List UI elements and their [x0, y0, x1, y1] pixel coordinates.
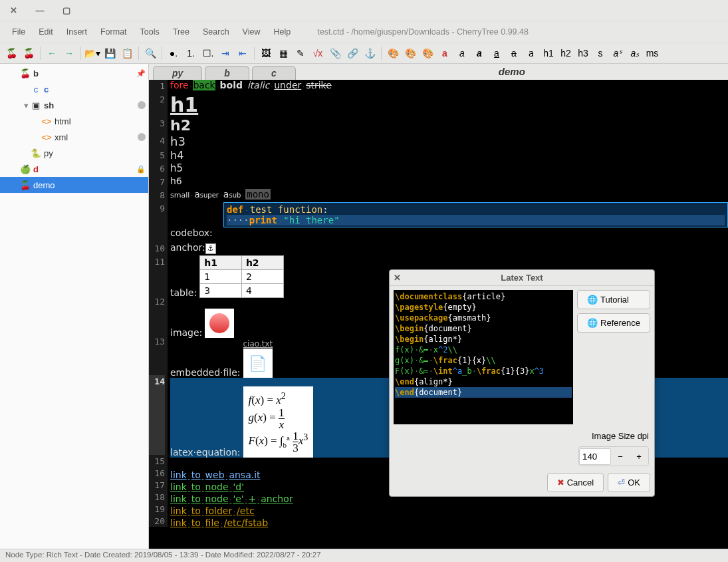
ok-button[interactable]: ⏎ OK — [608, 473, 650, 492]
bg-color-icon[interactable]: 🎨 — [402, 45, 418, 61]
menu-view[interactable]: View — [236, 23, 267, 41]
save-icon[interactable]: 💾 — [102, 45, 118, 61]
indent-icon[interactable]: ⇥ — [217, 45, 233, 61]
link[interactable]: link·to·node·'e'·+·anchor — [170, 493, 293, 504]
reference-button[interactable]: 🌐 Reference — [577, 313, 650, 333]
link-icon[interactable]: 🔗 — [344, 45, 360, 61]
tab-py[interactable]: py — [153, 66, 202, 80]
bold-icon[interactable]: a — [437, 45, 453, 61]
insert-image-icon[interactable]: 🖼 — [258, 45, 274, 61]
menu-insert[interactable]: Insert — [60, 23, 94, 41]
tree-item-b[interactable]: 🍒b📌 — [0, 65, 148, 81]
menu-format[interactable]: Format — [94, 23, 134, 41]
tree-sidebar[interactable]: 🍒b📌cc▾▣sh<>html<>xml🐍py🍏d🔒🍒demo — [0, 64, 149, 562]
tree-item-d[interactable]: 🍏d🔒 — [0, 161, 148, 177]
open-icon[interactable]: 📂▾ — [84, 45, 100, 61]
insert-latex-icon[interactable]: √x — [310, 45, 326, 61]
strike-icon[interactable]: a — [506, 45, 522, 61]
small-btn[interactable]: s — [592, 45, 608, 61]
node-title: demo — [296, 64, 728, 80]
link[interactable]: link·to·folder·/etc — [170, 505, 255, 516]
dpi-input[interactable] — [579, 448, 611, 465]
checklist-icon[interactable]: ☐. — [200, 45, 216, 61]
status-bar: Node Type: Rich Text - Date Created: 201… — [0, 549, 728, 562]
link[interactable]: link·to·web·ansa.it — [170, 470, 261, 480]
cherry-red-icon[interactable]: 🍒 — [3, 45, 19, 61]
latex-textarea[interactable]: \documentclass{article}\pagestyle{empty}… — [394, 290, 573, 424]
close-icon[interactable]: ✕ — [0, 1, 27, 20]
dpi-label: Image Size dpi — [592, 431, 649, 441]
dialog-title: ✕ Latex Text — [390, 270, 654, 286]
toolbar: 🍒 🍒 ← → 📂▾ 💾 📋 🔍 ●. 1. ☐. ⇥ ⇤ 🖼 ▦ ✎ √x 📎… — [0, 43, 728, 64]
dialog-close-icon[interactable]: ✕ — [394, 273, 401, 283]
tab-b[interactable]: b — [205, 66, 249, 80]
search-icon[interactable]: 🔍 — [142, 45, 158, 61]
insert-table-icon[interactable]: ▦ — [275, 45, 291, 61]
tree-item-sh[interactable]: ▾▣sh — [0, 97, 148, 113]
cherry-green-icon[interactable]: 🍒 — [21, 45, 37, 61]
outdent-icon[interactable]: ⇤ — [235, 45, 251, 61]
link[interactable]: link·to·node·'d' — [170, 482, 244, 492]
tree-item-py[interactable]: 🐍py — [0, 145, 148, 161]
maximize-icon[interactable]: ▢ — [53, 1, 80, 20]
tutorial-button[interactable]: 🌐 Tutorial — [577, 290, 650, 309]
italic-icon[interactable]: a — [454, 45, 470, 61]
window-title: test.ctd - /home/giuspen/Downloads - Che… — [310, 23, 535, 41]
dpi-plus[interactable]: + — [630, 447, 648, 466]
latex-dialog: ✕ Latex Text \documentclass{article}\pag… — [389, 269, 655, 497]
numlist-icon[interactable]: 1. — [183, 45, 199, 61]
nav-back-icon[interactable]: ← — [44, 45, 60, 61]
tab-bar: pybc — [149, 64, 296, 80]
anchor-icon[interactable]: ⚓ — [362, 45, 378, 61]
attach-icon[interactable]: 📎 — [327, 45, 343, 61]
link[interactable]: link·to·file·/etc/fstab — [170, 517, 268, 528]
menu-tools[interactable]: Tools — [134, 23, 166, 41]
ms-btn[interactable]: ms — [644, 45, 660, 61]
insert-codebox-icon[interactable]: ✎ — [293, 45, 308, 61]
menu-file[interactable]: File — [5, 23, 32, 41]
tab-c[interactable]: c — [252, 66, 296, 80]
menu-search[interactable]: Search — [196, 23, 236, 41]
tree-item-xml[interactable]: <>xml — [0, 129, 148, 145]
clear-format-icon[interactable]: 🎨 — [420, 45, 435, 61]
h1-btn[interactable]: h1 — [541, 45, 556, 61]
nav-fwd-icon[interactable]: → — [61, 45, 77, 61]
tree-item-demo[interactable]: 🍒demo — [0, 177, 148, 193]
tree-item-c[interactable]: cc — [0, 81, 148, 97]
tree-item-html[interactable]: <>html — [0, 113, 148, 129]
dpi-minus[interactable]: − — [611, 447, 630, 466]
sub-btn[interactable]: aₛ — [627, 45, 643, 61]
h2-btn[interactable]: h2 — [558, 45, 574, 61]
h3-btn[interactable]: h3 — [575, 45, 591, 61]
menu-tree[interactable]: Tree — [166, 23, 196, 41]
tasklist-icon[interactable]: 📋 — [119, 45, 135, 61]
window-titlebar: ✕ — ▢ — [0, 0, 728, 21]
bullet-icon[interactable]: ●. — [166, 45, 182, 61]
minimize-icon[interactable]: — — [27, 1, 53, 20]
menu-bar: FileEditInsertFormatToolsTreeSearchViewH… — [0, 21, 728, 43]
underline-icon[interactable]: a — [489, 45, 505, 61]
anchor-glyph-icon[interactable]: ⚓ — [205, 243, 216, 254]
mono-icon[interactable]: a — [523, 45, 539, 61]
sup-btn[interactable]: aˢ — [610, 45, 626, 61]
fg-color-icon[interactable]: 🎨 — [385, 45, 401, 61]
strike2-icon[interactable]: a — [471, 45, 487, 61]
menu-edit[interactable]: Edit — [32, 23, 60, 41]
menu-help[interactable]: Help — [267, 23, 297, 41]
cancel-button[interactable]: ✖ Cancel — [547, 473, 604, 492]
